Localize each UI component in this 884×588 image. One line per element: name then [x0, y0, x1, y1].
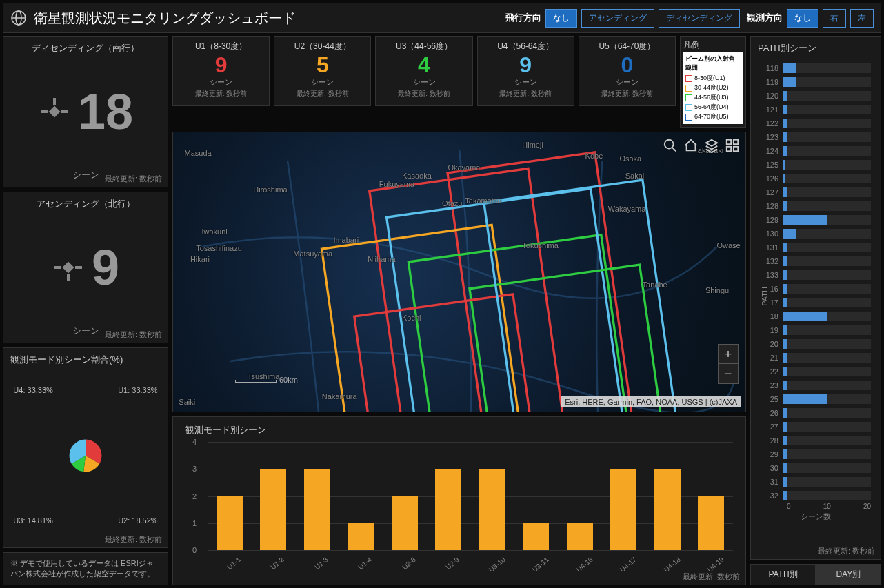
svg-rect-9	[67, 274, 70, 281]
scale-bar: 60km	[235, 376, 298, 384]
layers-icon[interactable]	[704, 138, 719, 153]
path-tick: 123	[761, 133, 783, 141]
svg-rect-8	[75, 266, 82, 269]
svg-rect-20	[734, 140, 738, 144]
path-tick: 129	[761, 216, 783, 224]
descending-panel: ディセンディング（南行） 18 シーン 最終更新: 数秒前	[3, 36, 168, 187]
map-footprints	[173, 132, 745, 412]
map-toolbar	[663, 138, 740, 153]
tab-path[interactable]: PATH別	[750, 564, 816, 585]
path-tabs: PATH別 DAY別	[750, 564, 881, 585]
path-tick: 27	[761, 423, 783, 431]
x-axis-label: シーン数	[761, 511, 871, 522]
legend-title: 凡例	[683, 39, 743, 51]
legend-icon[interactable]	[725, 138, 740, 153]
path-row: 130	[761, 227, 871, 241]
path-row: 21	[761, 351, 871, 365]
path-tick: 122	[761, 119, 783, 128]
x-tick: 10	[823, 503, 831, 510]
u-caption: シーン	[379, 77, 469, 88]
zoom-in-button[interactable]: +	[719, 345, 738, 364]
path-tick: 19	[761, 326, 783, 334]
map-city-label: Otazu	[442, 199, 462, 207]
path-tick: 22	[761, 367, 783, 376]
svg-rect-21	[727, 147, 731, 151]
y-tick: 0	[192, 546, 197, 554]
panel-title: アセンディング（北行）	[10, 198, 161, 210]
home-icon[interactable]	[683, 138, 699, 153]
pie-label-u4: U4: 33.33%	[13, 386, 52, 394]
bar-item	[523, 523, 549, 550]
path-tick: 119	[761, 78, 783, 86]
flight-dir-asc[interactable]: アセンディング	[581, 9, 654, 28]
legend-item: 56-64度(U4)	[685, 103, 741, 112]
map-city-label: Owase	[717, 241, 741, 250]
map-city-label: Saiki	[179, 398, 195, 406]
path-row: 31	[761, 475, 871, 489]
bar-chart: 01234U1-1U1-2U1-3U1-4U2-8U2-9U3-10U3-11U…	[208, 442, 733, 550]
legend-item: 8-30度(U1)	[685, 74, 741, 83]
path-tick: 126	[761, 174, 783, 183]
map-panel[interactable]: HimejiKobeOsakaOkayamaSakaiTakasakiFukuy…	[172, 132, 746, 412]
map-city-label: Okayama	[448, 163, 480, 172]
path-row: 32	[761, 489, 871, 503]
panel-title: 観測モード別シーン	[185, 424, 733, 436]
tab-day[interactable]: DAY別	[816, 564, 881, 585]
path-row: 29	[761, 447, 871, 461]
descending-count: 18	[78, 87, 133, 136]
pie-label-u2: U2: 18.52%	[118, 516, 157, 525]
svg-rect-2	[48, 106, 60, 118]
u-value: 9	[176, 54, 266, 76]
zoom-out-button[interactable]: −	[719, 364, 738, 383]
ascending-count: 9	[92, 243, 119, 292]
obs-dir-left[interactable]: 左	[850, 9, 874, 28]
app-header: 衛星観測状況モニタリングダッシュボード 飛行方向 なし アセンディング ディセン…	[3, 3, 881, 33]
u-card-3: U3（44-56度） 4 シーン 最終更新: 数秒前	[375, 36, 472, 106]
bar-item	[479, 469, 505, 550]
x-tick: U1-1	[225, 556, 242, 571]
u-update: 最終更新: 数秒前	[176, 89, 266, 99]
flight-dir-none[interactable]: なし	[545, 9, 577, 28]
flight-dir-desc[interactable]: ディセンディング	[659, 9, 740, 28]
path-row: 125	[761, 158, 871, 172]
last-update: 最終更新: 数秒前	[105, 534, 162, 545]
u-value: 9	[481, 54, 571, 76]
map-city-label: Himeji	[522, 141, 543, 149]
path-row: 133	[761, 268, 871, 282]
u-update: 最終更新: 数秒前	[582, 89, 672, 99]
svg-rect-3	[41, 110, 48, 113]
path-tick: 26	[761, 409, 783, 417]
bar-item	[348, 523, 374, 550]
satellite-icon	[38, 95, 71, 128]
u-caption: シーン	[277, 77, 368, 88]
path-row: 17	[761, 296, 871, 310]
path-tick: 31	[761, 478, 783, 486]
obs-dir-right[interactable]: 右	[823, 9, 846, 28]
map-city-label: Nakamura	[322, 392, 357, 401]
x-tick: U4-18	[663, 556, 682, 574]
bar-item	[654, 469, 681, 550]
y-axis-label: PATH	[761, 287, 769, 306]
u-caption: シーン	[582, 77, 672, 88]
ascending-panel: アセンディング（北行） 9 シーン 最終更新: 数秒前	[3, 192, 168, 343]
map-city-label: Takamatsu	[465, 196, 501, 205]
legend-box: ビーム別の入射角範囲8-30度(U1)30-44度(U2)44-56度(U3)5…	[683, 52, 743, 124]
x-tick: U4-17	[619, 556, 638, 574]
u-title: U4（56-64度）	[481, 41, 571, 52]
map-city-label: Iwakuni	[202, 227, 228, 236]
path-tick: 121	[761, 105, 783, 114]
flight-direction-filter: 飛行方向 なし アセンディング ディセンディング	[505, 9, 740, 28]
path-row: 126	[761, 172, 871, 185]
path-tick: 18	[761, 312, 783, 321]
svg-rect-19	[727, 140, 731, 144]
x-tick: U2-8	[401, 556, 417, 571]
u-title: U1（8-30度）	[176, 41, 266, 52]
u-value: 4	[379, 54, 469, 76]
obs-dir-none[interactable]: なし	[787, 9, 818, 28]
u-title: U3（44-56度）	[379, 41, 469, 52]
satellite-icon	[52, 251, 85, 284]
path-row: 18	[761, 310, 871, 323]
path-tick: 23	[761, 381, 783, 389]
path-row: 28	[761, 434, 871, 447]
search-icon[interactable]	[663, 138, 678, 153]
